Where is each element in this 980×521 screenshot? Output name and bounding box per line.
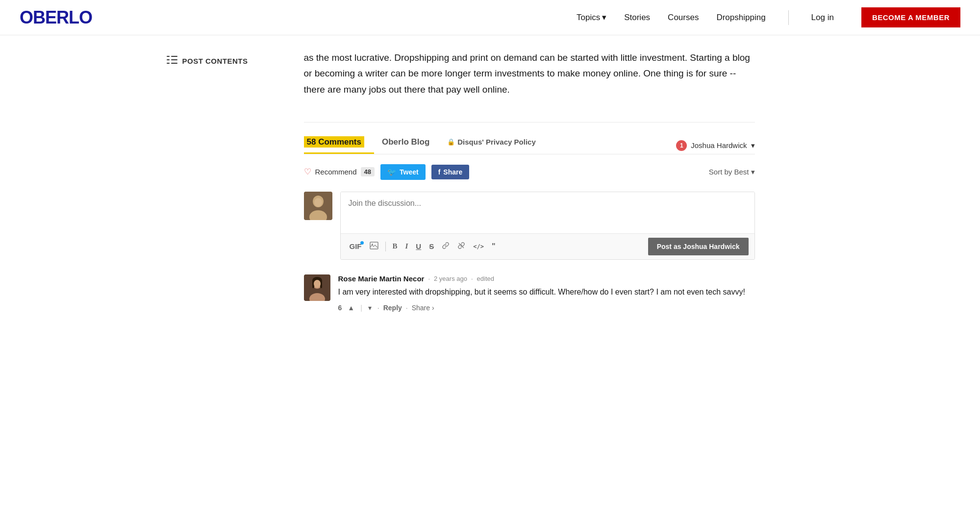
- disqus-user: 1 Joshua Hardwick ▾: [676, 140, 754, 151]
- logo[interactable]: OBERLO: [20, 7, 92, 28]
- facebook-share-button[interactable]: f Share: [431, 165, 470, 179]
- sort-chevron-icon: ▾: [751, 168, 755, 176]
- svg-point-11: [372, 244, 373, 245]
- commenter-avatar-svg: [304, 274, 330, 301]
- svg-rect-2: [167, 63, 170, 64]
- tweet-label: Tweet: [400, 168, 419, 176]
- toolbar-sep-1: [385, 242, 386, 251]
- sort-by-dropdown[interactable]: Sort by Best ▾: [709, 168, 755, 176]
- strikethrough-button[interactable]: S: [426, 240, 437, 252]
- heart-icon: ♡: [304, 167, 311, 177]
- action-sep: ·: [377, 304, 379, 312]
- main-content: as the most lucrative. Dropshipping and …: [284, 35, 755, 326]
- nav-item-topics[interactable]: Topics ▾: [577, 12, 606, 23]
- vote-separator: |: [360, 304, 362, 312]
- gif-button[interactable]: GIF: [347, 240, 365, 252]
- upvote-button[interactable]: ▲: [346, 303, 356, 313]
- gif-dot: [360, 241, 364, 245]
- user-chevron-down-icon: ▾: [751, 141, 755, 150]
- bold-button[interactable]: B: [390, 240, 401, 252]
- article-text: as the most lucrative. Dropshipping and …: [304, 50, 755, 98]
- article-paragraph: as the most lucrative. Dropshipping and …: [304, 50, 755, 98]
- share-label: Share: [443, 168, 462, 176]
- page-wrapper: POST CONTENTS as the most lucrative. Dro…: [147, 35, 833, 326]
- svg-rect-1: [167, 59, 170, 60]
- comment-item: Rose Marie Martin Necor · 2 years ago · …: [304, 274, 755, 313]
- sort-label: Sort by Best: [709, 168, 749, 176]
- svg-rect-4: [171, 59, 177, 60]
- svg-point-19: [314, 280, 321, 288]
- nav-item-dropshipping[interactable]: Dropshipping: [716, 13, 765, 22]
- svg-rect-0: [167, 56, 170, 57]
- comment-actions: 6 ▲ | ▾ · Reply · Share ›: [338, 303, 755, 313]
- sidebar: POST CONTENTS: [167, 35, 284, 326]
- comment-body: Rose Marie Martin Necor · 2 years ago · …: [338, 274, 755, 313]
- comment-dot-sep: ·: [471, 275, 473, 282]
- list-icon: [167, 55, 177, 67]
- image-button[interactable]: [367, 240, 381, 253]
- username-label: Joshua Hardwick: [691, 141, 747, 149]
- reply-button[interactable]: Reply: [383, 303, 402, 313]
- comment-time: ·: [428, 275, 430, 282]
- user-avatar-svg: [304, 192, 332, 220]
- current-user-avatar: [304, 192, 332, 220]
- comment-text: I am very interested with dropshipping, …: [338, 286, 755, 298]
- notification-badge: 1: [676, 140, 687, 151]
- become-member-button[interactable]: BECOME A MEMBER: [861, 7, 960, 27]
- twitter-icon: 🐦: [387, 168, 397, 176]
- link-icon: [442, 242, 450, 249]
- disqus-tabs: 58 Comments Oberlo Blog 🔒 Disqus' Privac…: [304, 137, 755, 154]
- chevron-down-icon: ▾: [602, 12, 606, 23]
- svg-rect-5: [171, 63, 177, 64]
- action-sep-2: ·: [406, 304, 408, 312]
- post-contents-label: POST CONTENTS: [182, 57, 248, 65]
- login-link[interactable]: Log in: [811, 13, 834, 22]
- nav-divider: [788, 10, 789, 25]
- comment-input[interactable]: [341, 192, 754, 231]
- share-comment-button[interactable]: Share ›: [412, 303, 434, 313]
- underline-button[interactable]: U: [413, 240, 424, 252]
- comment-box: GIF B I U: [340, 192, 755, 260]
- unlink-button[interactable]: [454, 240, 468, 253]
- nav-item-stories[interactable]: Stories: [624, 13, 650, 22]
- comment-author: Rose Marie Martin Necor: [338, 274, 425, 283]
- navbar: OBERLO Topics ▾ Stories Courses Dropship…: [0, 0, 980, 35]
- link-button[interactable]: [439, 240, 452, 253]
- post-contents-section: POST CONTENTS: [167, 55, 284, 67]
- vote-count: 6: [338, 304, 342, 312]
- lock-icon: 🔒: [447, 138, 455, 146]
- tab-privacy-policy[interactable]: 🔒 Disqus' Privacy Policy: [447, 138, 545, 153]
- comment-input-row: GIF B I U: [304, 192, 755, 260]
- nav-menu: Topics ▾ Stories Courses Dropshipping Lo…: [577, 7, 960, 27]
- tweet-button[interactable]: 🐦 Tweet: [380, 164, 426, 180]
- italic-button[interactable]: I: [402, 240, 411, 252]
- facebook-icon: f: [438, 168, 441, 176]
- comment-edited-badge: edited: [477, 275, 494, 282]
- comment-toolbar: GIF B I U: [341, 233, 754, 259]
- svg-point-9: [314, 198, 322, 207]
- commenter-avatar: [304, 274, 330, 301]
- tab-oberlo-blog[interactable]: Oberlo Blog: [382, 137, 439, 154]
- downvote-button[interactable]: ▾: [366, 303, 374, 313]
- nav-item-courses[interactable]: Courses: [668, 13, 699, 22]
- recommend-count: 48: [361, 167, 375, 176]
- comments-section: 58 Comments Oberlo Blog 🔒 Disqus' Privac…: [304, 122, 755, 313]
- recommend-label: Recommend: [315, 168, 357, 176]
- tab-comments[interactable]: 58 Comments: [304, 137, 374, 154]
- comment-timestamp: 2 years ago: [434, 275, 467, 282]
- post-comment-button[interactable]: Post as Joshua Hardwick: [648, 238, 749, 255]
- image-icon: [370, 242, 378, 249]
- comment-meta: Rose Marie Martin Necor · 2 years ago · …: [338, 274, 755, 283]
- blockquote-button[interactable]: ": [489, 240, 499, 253]
- code-button[interactable]: </>: [470, 241, 487, 252]
- recommend-button[interactable]: ♡ Recommend 48: [304, 167, 375, 177]
- social-row: ♡ Recommend 48 🐦 Tweet f Share Sort by B…: [304, 164, 755, 180]
- unlink-icon: [457, 242, 465, 249]
- svg-rect-3: [171, 56, 177, 57]
